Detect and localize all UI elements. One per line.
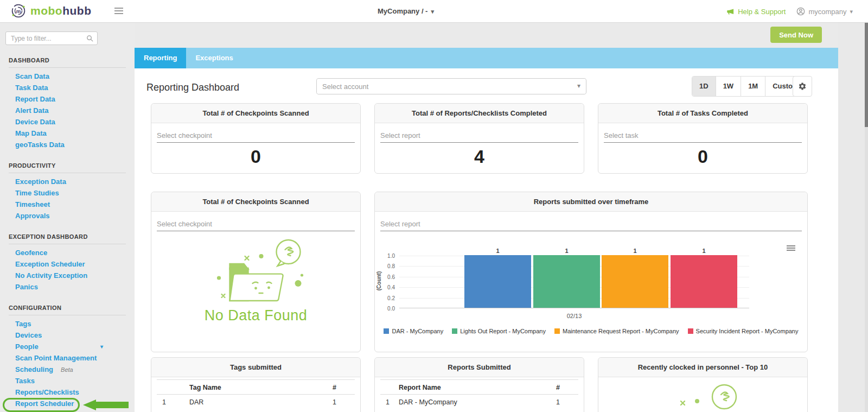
scrollbar-thumb[interactable] bbox=[865, 23, 868, 127]
sidebar-item-label: Tags bbox=[15, 320, 31, 328]
sidebar-item-no-activity-exception[interactable]: No Activity Exception bbox=[0, 270, 135, 281]
account-select-input[interactable] bbox=[317, 79, 586, 94]
bar-data-label: 1 bbox=[602, 248, 668, 254]
y-tick-label: 0.0 bbox=[376, 306, 395, 312]
legend-label: Lights Out Report - MyCompany bbox=[460, 328, 546, 334]
page-title: Reporting Dashboard bbox=[146, 82, 239, 93]
sidebar-item-label: Devices bbox=[15, 331, 42, 339]
stat-card-tasks: Total # of Tasks Completed 0 bbox=[598, 103, 808, 174]
sidebar-item-label: Reports/Checklists bbox=[15, 388, 79, 396]
top-header: m mobohubb MyCompany / -▾ Help & Support… bbox=[0, 0, 868, 23]
stat-value: 0 bbox=[598, 146, 807, 167]
sidebar-item-geofence[interactable]: Geofence bbox=[0, 247, 135, 258]
range-1d-button[interactable]: 1D bbox=[692, 77, 716, 96]
user-name: mycompany bbox=[808, 8, 846, 16]
legend-label: Security Incident Report - MyCompany bbox=[696, 328, 799, 334]
legend-label: DAR - MyCompany bbox=[392, 328, 443, 334]
sidebar-item-timesheet[interactable]: Timesheet bbox=[0, 199, 135, 210]
sidebar-item-alert-data[interactable]: Alert Data bbox=[0, 105, 135, 116]
report-select-input[interactable] bbox=[380, 129, 578, 143]
sidebar-item-time-studies[interactable]: Time Studies bbox=[0, 187, 135, 199]
sidebar-item-scan-data[interactable]: Scan Data bbox=[0, 71, 135, 82]
legend-swatch bbox=[384, 328, 389, 334]
sidebar-item-label: People bbox=[15, 343, 39, 351]
no-data-message: No Data Found bbox=[151, 307, 360, 324]
y-tick-label: 0.4 bbox=[376, 284, 395, 290]
report-select-input[interactable] bbox=[380, 217, 802, 231]
sidebar-item-map-data[interactable]: Map Data bbox=[0, 128, 135, 139]
sidebar-item-scan-point-management[interactable]: Scan Point Management bbox=[0, 352, 135, 364]
sidebar-filter-input[interactable] bbox=[5, 31, 98, 45]
sidebar-item-label: Map Data bbox=[15, 129, 47, 137]
sidebar-item-panics[interactable]: Panics bbox=[0, 281, 135, 293]
sidebar-item-label: Exception Data bbox=[15, 178, 66, 186]
sidebar-item-label: geoTasks Data bbox=[15, 141, 65, 149]
sidebar-item-label: Task Data bbox=[15, 84, 48, 92]
column-header: # bbox=[540, 380, 578, 394]
legend-item-lights-out-report-mycompany: Lights Out Report - MyCompany bbox=[452, 328, 546, 334]
gear-icon bbox=[798, 82, 807, 91]
checkpoint-select-input[interactable] bbox=[157, 217, 355, 231]
bar-dar-mycompany[interactable]: 1 bbox=[464, 255, 531, 308]
bar-security-incident-report-mycompany[interactable]: 1 bbox=[671, 255, 737, 308]
personnel-card: Recently clocked in personnel - Top 10 bbox=[598, 357, 808, 412]
sidebar-item-label: Time Studies bbox=[15, 189, 59, 197]
sidebar-section-title-productivity: PRODUCTIVITY bbox=[9, 162, 126, 169]
row-index: 1 bbox=[380, 395, 399, 410]
legend-swatch bbox=[688, 328, 693, 334]
sidebar-item-tasks[interactable]: Tasks bbox=[0, 375, 135, 386]
divider bbox=[9, 173, 126, 173]
reports-submitted-card: Reports Submitted Report Name # 1DAR - M… bbox=[374, 357, 584, 412]
row-name: DAR bbox=[175, 395, 317, 410]
sidebar-item-label: Timesheet bbox=[15, 200, 50, 208]
table-row: 1DAR - MyCompany1 bbox=[380, 395, 578, 410]
sidebar-item-reports-checklists[interactable]: Reports/Checklists bbox=[0, 386, 135, 398]
range-1m-button[interactable]: 1M bbox=[741, 77, 765, 96]
sidebar-item-report-data[interactable]: Report Data bbox=[0, 93, 135, 105]
bar-maintenance-request-report-mycompany[interactable]: 1 bbox=[602, 255, 668, 308]
main-area: Send Now Reporting Exceptions Reporting … bbox=[135, 23, 868, 412]
settings-button[interactable] bbox=[793, 76, 812, 97]
sidebar-item-scheduling[interactable]: SchedulingBeta bbox=[0, 364, 135, 375]
app-logo: m mobohubb bbox=[11, 3, 91, 18]
sidebar-item-tags[interactable]: Tags bbox=[0, 318, 135, 329]
sidebar-item-people[interactable]: People▾ bbox=[0, 341, 135, 352]
tab-reporting[interactable]: Reporting bbox=[135, 48, 186, 68]
logo-icon: m bbox=[11, 3, 26, 18]
sidebar-item-approvals[interactable]: Approvals bbox=[0, 210, 135, 221]
sidebar-item-exception-scheduler[interactable]: Exception Scheduler bbox=[0, 258, 135, 270]
y-tick-label: 0.2 bbox=[376, 295, 395, 301]
reports-table: Report Name # 1DAR - MyCompany1 bbox=[380, 379, 578, 410]
svg-text:m: m bbox=[16, 8, 21, 14]
task-select-input[interactable] bbox=[604, 129, 802, 143]
sidebar-item-task-data[interactable]: Task Data bbox=[0, 82, 135, 93]
sidebar-item-label: Panics bbox=[15, 283, 38, 291]
user-menu[interactable]: mycompany ▾ bbox=[796, 7, 853, 16]
divider bbox=[9, 315, 126, 315]
sidebar-item-label: Exception Scheduler bbox=[15, 260, 85, 268]
no-data-illustration bbox=[631, 382, 753, 412]
send-now-button[interactable]: Send Now bbox=[770, 27, 822, 43]
chart-menu-icon[interactable] bbox=[787, 245, 795, 252]
sidebar-item-devices[interactable]: Devices bbox=[0, 329, 135, 341]
bar-chart-plot: 1111 bbox=[399, 256, 749, 308]
logo-wordmark: mobohubb bbox=[30, 4, 91, 17]
sidebar-item-label: Geofence bbox=[15, 249, 47, 257]
sidebar-section-title-exception-dashboard: EXCEPTION DASHBOARD bbox=[9, 233, 126, 240]
range-1w-button[interactable]: 1W bbox=[716, 77, 742, 96]
sidebar-item-device-data[interactable]: Device Data bbox=[0, 116, 135, 128]
tab-exceptions[interactable]: Exceptions bbox=[186, 48, 242, 68]
company-selector[interactable]: MyCompany / -▾ bbox=[378, 0, 434, 23]
scrollbar-track[interactable] bbox=[865, 23, 868, 412]
checkpoint-select-input[interactable] bbox=[157, 129, 355, 143]
sidebar-item-geotasks-data[interactable]: geoTasks Data bbox=[0, 139, 135, 150]
bar-lights-out-report-mycompany[interactable]: 1 bbox=[533, 255, 600, 308]
account-select[interactable]: ▾ bbox=[316, 78, 586, 94]
stat-value: 4 bbox=[375, 146, 584, 167]
sidebar-item-exception-data[interactable]: Exception Data bbox=[0, 176, 135, 187]
menu-icon[interactable] bbox=[114, 8, 123, 16]
sidebar-item-report-scheduler[interactable]: Report Scheduler bbox=[0, 398, 135, 409]
sidebar-nav: DASHBOARDScan DataTask DataReport DataAl… bbox=[0, 57, 135, 409]
card-title: Recently clocked in personnel - Top 10 bbox=[598, 358, 807, 377]
help-support-link[interactable]: Help & Support bbox=[726, 8, 786, 16]
